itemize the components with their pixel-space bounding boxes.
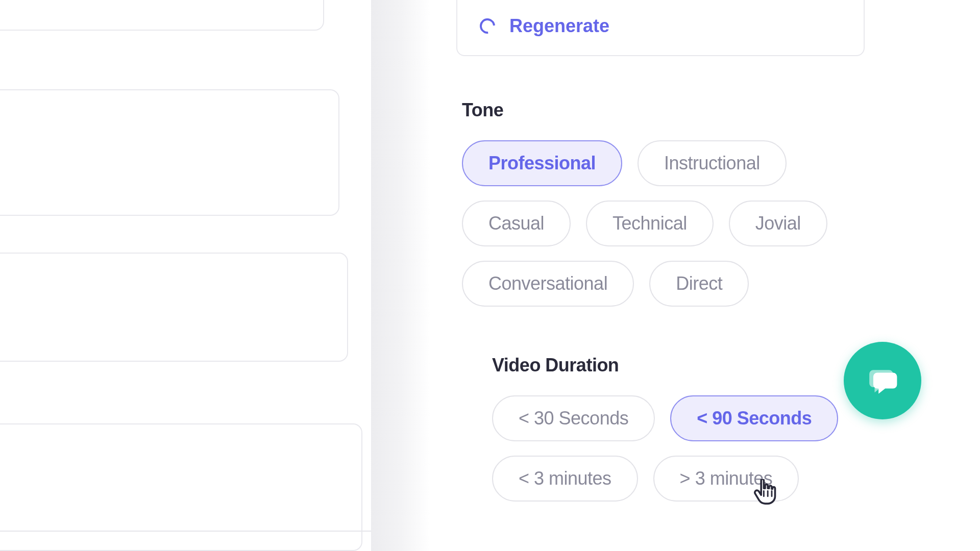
- left-panel: [0, 0, 378, 551]
- panel-shadow: [371, 0, 430, 551]
- tone-option-professional[interactable]: Professional: [462, 140, 622, 186]
- refresh-icon: [477, 15, 498, 37]
- duration-option-under-3m[interactable]: < 3 minutes: [492, 456, 638, 502]
- duration-options: < 30 Seconds < 90 Seconds < 3 minutes > …: [492, 395, 838, 502]
- duration-option-90s[interactable]: < 90 Seconds: [670, 395, 838, 441]
- tone-option-technical[interactable]: Technical: [586, 201, 714, 246]
- tone-option-instructional[interactable]: Instructional: [638, 140, 787, 186]
- regenerate-card[interactable]: Regenerate: [456, 0, 865, 56]
- regenerate-label: Regenerate: [509, 15, 609, 37]
- tone-option-jovial[interactable]: Jovial: [729, 201, 827, 246]
- chat-button[interactable]: [844, 342, 921, 419]
- left-card-1: [0, 0, 324, 31]
- duration-section: Video Duration < 30 Seconds < 90 Seconds…: [492, 355, 838, 516]
- left-card-3: [0, 253, 348, 362]
- regenerate-content: Regenerate: [480, 15, 609, 37]
- tone-option-direct[interactable]: Direct: [649, 261, 749, 307]
- left-card-4: [0, 423, 362, 551]
- duration-option-over-3m[interactable]: > 3 minutes: [653, 456, 799, 502]
- duration-option-30s[interactable]: < 30 Seconds: [492, 395, 655, 441]
- tone-option-casual[interactable]: Casual: [462, 201, 571, 246]
- tone-section: Tone Professional Instructional Casual T…: [462, 99, 850, 321]
- tone-option-conversational[interactable]: Conversational: [462, 261, 634, 307]
- duration-section-label: Video Duration: [492, 355, 838, 376]
- tone-section-label: Tone: [462, 99, 850, 121]
- left-card-2: [0, 89, 339, 216]
- divider-line: [0, 531, 419, 532]
- chat-icon: [867, 365, 898, 396]
- tone-options: Professional Instructional Casual Techni…: [462, 140, 850, 307]
